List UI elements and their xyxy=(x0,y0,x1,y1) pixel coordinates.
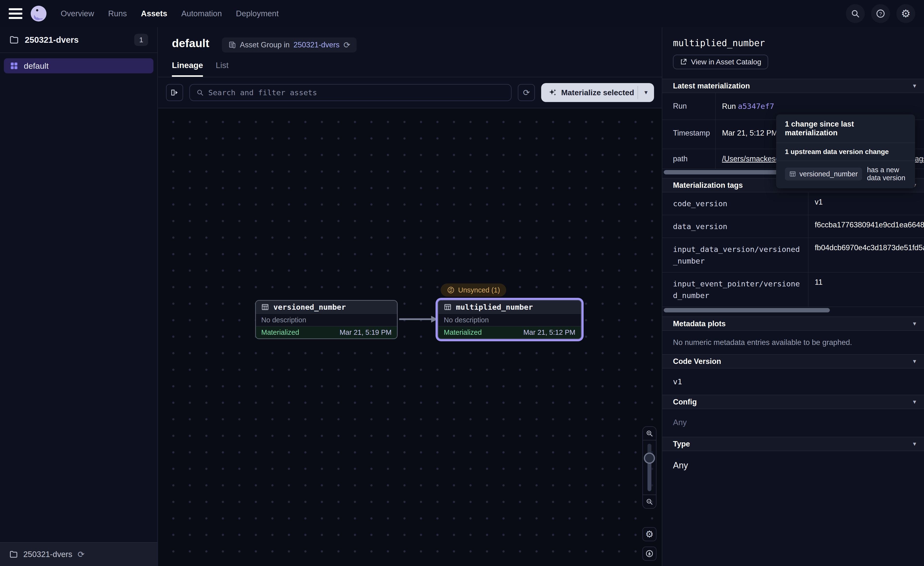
graph-toolbar: ⟳ Materialize selected ▼ xyxy=(158,77,662,108)
materialize-selected-button[interactable]: Materialize selected ▼ xyxy=(541,83,654,102)
code-version-value: v1 xyxy=(673,377,682,386)
section-heading: Materialization tags xyxy=(673,181,743,190)
changes-popup: 1 change since last materialization 1 up… xyxy=(776,114,915,188)
search-input[interactable] xyxy=(208,88,505,97)
asset-node-versioned-number[interactable]: versioned_number No description Material… xyxy=(255,300,398,339)
search-button[interactable] xyxy=(846,4,865,23)
footer-repo-name: 250321-dvers xyxy=(23,550,72,559)
asset-node-multiplied-number[interactable]: multiplied_number No description Materia… xyxy=(438,300,582,339)
section-type: Type ▼ xyxy=(662,437,924,451)
unsynced-label: Unsynced (1) xyxy=(458,286,500,294)
search-icon xyxy=(850,9,860,18)
asset-chip-versioned-number[interactable]: versioned_number xyxy=(785,168,862,181)
tag-key: data_version xyxy=(662,215,808,238)
table-row: input_event_pointer/versioned_number 11 xyxy=(662,272,924,307)
nav-runs[interactable]: Runs xyxy=(108,9,127,18)
nav-overview[interactable]: Overview xyxy=(61,9,94,18)
collapse-chevron-icon[interactable]: ▼ xyxy=(912,437,917,451)
popup-detail-row: versioned_number has a new data version xyxy=(776,161,915,188)
table-icon xyxy=(261,303,269,311)
topbar-actions: ? ⚙ xyxy=(846,4,915,23)
refresh-graph-button[interactable]: ⟳ xyxy=(518,84,535,101)
asset-search-box xyxy=(189,84,512,101)
badge-prefix: Asset Group in xyxy=(240,41,290,49)
run-id-link[interactable]: a5347ef7 xyxy=(738,102,774,110)
tag-value: f6ccba1776380941e9cd1ea66481d xyxy=(808,215,924,238)
tag-value: 11 xyxy=(808,272,924,307)
view-in-asset-catalog-button[interactable]: View in Asset Catalog xyxy=(673,55,768,69)
collapse-chevron-icon[interactable]: ▼ xyxy=(912,317,917,330)
sidebar-repo-row[interactable]: 250321-dvers 1 xyxy=(0,27,158,53)
zoom-controls xyxy=(642,426,657,509)
asset-chip-label: versioned_number xyxy=(800,170,858,178)
menu-icon[interactable] xyxy=(9,8,22,19)
refresh-icon[interactable]: ⟳ xyxy=(344,41,351,49)
section-config: Config ▼ xyxy=(662,395,924,409)
repo-count-badge: 1 xyxy=(134,34,148,46)
collapse-chevron-icon[interactable]: ▼ xyxy=(912,355,917,368)
refresh-icon[interactable]: ⟳ xyxy=(78,550,85,558)
unsynced-badge[interactable]: Unsynced (1) xyxy=(441,283,506,297)
dagster-app: Overview Runs Assets Automation Deployme… xyxy=(0,0,924,566)
config-value: Any xyxy=(673,418,687,427)
expand-panel-button[interactable] xyxy=(166,84,183,101)
asset-group-icon xyxy=(10,62,18,70)
section-metadata-plots: Metadata plots ▼ xyxy=(662,316,924,331)
download-graph-button[interactable] xyxy=(642,546,657,561)
zoom-slider-handle[interactable] xyxy=(644,453,655,464)
view-in-asset-catalog-label: View in Asset Catalog xyxy=(691,58,761,66)
nav-automation[interactable]: Automation xyxy=(182,9,222,18)
refresh-icon: ⟳ xyxy=(523,89,530,97)
zoom-out-icon xyxy=(645,498,653,506)
graph-settings-button[interactable]: ⚙ xyxy=(642,527,657,541)
section-heading: Metadata plots xyxy=(673,319,726,328)
table-row: data_version f6ccba1776380941e9cd1ea6648… xyxy=(662,215,924,238)
section-code-version: Code Version ▼ xyxy=(662,354,924,369)
repo-name: 250321-dvers xyxy=(25,35,79,45)
sync-status-icon xyxy=(447,286,455,294)
settings-button[interactable]: ⚙ xyxy=(896,4,915,23)
folder-icon xyxy=(9,550,18,559)
table-row: code_version v1 xyxy=(662,193,924,215)
materialized-timestamp: Mar 21, 5:19 PM xyxy=(340,328,392,336)
materialize-label: Materialize selected xyxy=(561,88,634,97)
zoom-slider-track[interactable] xyxy=(648,444,651,491)
materialize-dropdown-button[interactable]: ▼ xyxy=(638,83,654,102)
help-button[interactable]: ? xyxy=(871,4,890,23)
tab-lineage[interactable]: Lineage xyxy=(172,60,203,77)
section-heading: Type xyxy=(673,440,690,448)
section-latest-materialization: Latest materialization ▼ xyxy=(662,79,924,93)
nav-deployment[interactable]: Deployment xyxy=(236,9,279,18)
row-key: Timestamp xyxy=(662,120,715,149)
zoom-out-button[interactable] xyxy=(643,495,656,508)
tab-list[interactable]: List xyxy=(216,60,228,77)
top-nav-bar: Overview Runs Assets Automation Deployme… xyxy=(0,0,924,27)
badge-repo-link[interactable]: 250321-dvers xyxy=(294,41,340,49)
asset-group-badge: Asset Group in 250321-dvers ⟳ xyxy=(222,38,357,53)
page-title: default xyxy=(172,36,209,50)
zoom-slider[interactable] xyxy=(643,440,656,495)
materialized-status: Materialized xyxy=(444,328,482,336)
type-value: Any xyxy=(673,460,688,470)
materialize-main[interactable]: Materialize selected xyxy=(541,83,638,102)
asset-name: multiplied_number xyxy=(456,303,533,312)
collapse-chevron-icon[interactable]: ▼ xyxy=(912,79,917,93)
nav-assets[interactable]: Assets xyxy=(141,9,167,18)
metadata-plots-empty-text: No numeric metadata entries available to… xyxy=(673,338,852,347)
expand-panel-icon xyxy=(170,88,179,97)
asset-name: versioned_number xyxy=(273,303,346,312)
asset-description: No description xyxy=(438,313,581,326)
popup-subtitle: 1 upstream data version change xyxy=(776,143,915,161)
main-area: default Asset Group in 250321-dvers ⟳ Re… xyxy=(158,27,924,566)
lineage-canvas[interactable]: Unsynced (1) versioned_number No descrip… xyxy=(158,108,662,566)
dagster-logo[interactable] xyxy=(29,4,48,23)
svg-text:?: ? xyxy=(879,11,882,17)
gear-icon: ⚙ xyxy=(645,530,654,539)
horizontal-scrollbar[interactable] xyxy=(664,308,830,312)
collapse-chevron-icon[interactable]: ▼ xyxy=(912,395,917,409)
sidebar-item-default-group[interactable]: default xyxy=(4,58,153,73)
sidebar-footer-repo[interactable]: 250321-dvers ⟳ xyxy=(0,542,158,566)
zoom-in-icon xyxy=(645,429,653,437)
zoom-in-button[interactable] xyxy=(643,427,656,440)
group-label: default xyxy=(24,61,48,71)
